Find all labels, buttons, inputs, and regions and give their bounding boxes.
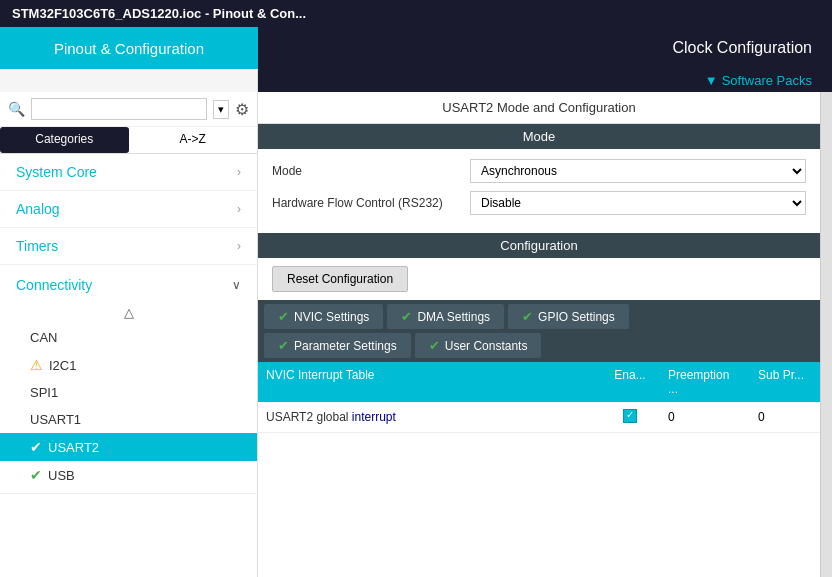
clock-tab-label: Clock Configuration — [672, 39, 812, 57]
tab-check-icon: ✔ — [429, 338, 440, 353]
software-packs-button[interactable]: ▼ Software Packs — [705, 73, 812, 88]
mode-field-row: Mode Asynchronous — [272, 159, 806, 183]
spi1-label: SPI1 — [30, 385, 58, 400]
title-bar: STM32F103C6T6_ADS1220.ioc - Pinout & Con… — [0, 0, 832, 27]
sidebar-group-connectivity: Connectivity ∨ △ CAN ⚠ I2C1 — [0, 265, 257, 494]
tab-user-constants[interactable]: ✔ User Constants — [415, 333, 542, 358]
search-input[interactable] — [31, 98, 207, 120]
connectivity-header[interactable]: Connectivity ∨ — [0, 269, 257, 301]
nvic-table: NVIC Interrupt Table Ena... Preemption .… — [258, 362, 820, 577]
sidebar-item-system-core[interactable]: System Core › — [0, 154, 257, 191]
collapse-toggle[interactable]: △ — [0, 301, 257, 324]
th-interrupt-table: NVIC Interrupt Table — [258, 362, 600, 402]
config-tabs-row-2: ✔ Parameter Settings ✔ User Constants — [258, 333, 820, 362]
mode-section-header: Mode — [258, 124, 820, 149]
mode-select[interactable]: Asynchronous — [470, 159, 806, 183]
sidebar-nav: System Core › Analog › Timers › Connecti… — [0, 154, 257, 577]
mode-label: Mode — [272, 164, 462, 178]
title-text: STM32F103C6T6_ADS1220.ioc - Pinout & Con… — [12, 6, 306, 21]
check-icon: ✔ — [30, 439, 42, 455]
sidebar: 🔍 ▾ ⚙ Categories A->Z System Core › Anal… — [0, 92, 258, 577]
tab-check-icon: ✔ — [401, 309, 412, 324]
collapse-icon: ∨ — [232, 278, 241, 292]
top-nav: Pinout & Configuration Clock Configurati… — [0, 27, 832, 69]
tab-categories[interactable]: Categories — [0, 127, 129, 153]
table-row: USART2 global interrupt 0 0 — [258, 402, 820, 433]
software-packs-label: Software Packs — [722, 73, 812, 88]
search-icon: 🔍 — [8, 101, 25, 117]
tab-dma-settings[interactable]: ✔ DMA Settings — [387, 304, 504, 329]
td-preemption-value: 0 — [660, 402, 750, 432]
tab-check-icon: ✔ — [278, 309, 289, 324]
search-bar: 🔍 ▾ ⚙ — [0, 92, 257, 127]
hw-flow-select[interactable]: Disable — [470, 191, 806, 215]
pinout-tab-label: Pinout & Configuration — [54, 40, 204, 57]
hw-flow-label: Hardware Flow Control (RS232) — [272, 196, 462, 210]
software-packs-arrow: ▼ — [705, 73, 718, 88]
td-sub-priority-value: 0 — [750, 402, 820, 432]
tab-parameter-settings[interactable]: ✔ Parameter Settings — [264, 333, 411, 358]
check-icon: ✔ — [30, 467, 42, 483]
sidebar-item-timers[interactable]: Timers › — [0, 228, 257, 265]
mode-section: Mode Asynchronous Hardware Flow Control … — [258, 149, 820, 233]
reset-configuration-button[interactable]: Reset Configuration — [272, 266, 408, 292]
content-title: USART2 Mode and Configuration — [258, 92, 820, 124]
enabled-checkbox[interactable] — [623, 409, 637, 423]
table-header: NVIC Interrupt Table Ena... Preemption .… — [258, 362, 820, 402]
warning-icon: ⚠ — [30, 357, 43, 373]
tab-bar: Categories A->Z — [0, 127, 257, 154]
sidebar-item-analog[interactable]: Analog › — [0, 191, 257, 228]
software-packs-bar: ▼ Software Packs — [258, 69, 832, 92]
content-area: USART2 Mode and Configuration Mode Mode … — [258, 92, 820, 577]
config-section-header: Configuration — [258, 233, 820, 258]
sidebar-item-can[interactable]: CAN — [0, 324, 257, 351]
search-dropdown[interactable]: ▾ — [213, 100, 229, 119]
pinout-tab[interactable]: Pinout & Configuration — [0, 27, 258, 69]
sidebar-item-i2c1[interactable]: ⚠ I2C1 — [0, 351, 257, 379]
hw-flow-field-row: Hardware Flow Control (RS232) Disable — [272, 191, 806, 215]
usb-label: USB — [48, 468, 75, 483]
i2c1-label: I2C1 — [49, 358, 76, 373]
arrow-icon: › — [237, 202, 241, 216]
config-tabs-row-1: ✔ NVIC Settings ✔ DMA Settings ✔ GPIO Se… — [258, 300, 820, 333]
usart2-label: USART2 — [48, 440, 99, 455]
td-enabled[interactable] — [600, 405, 660, 430]
connectivity-sub-items: CAN ⚠ I2C1 SPI1 USART1 — [0, 324, 257, 489]
arrow-icon: › — [237, 239, 241, 253]
sidebar-item-usb[interactable]: ✔ USB — [0, 461, 257, 489]
main-layout: 🔍 ▾ ⚙ Categories A->Z System Core › Anal… — [0, 92, 832, 577]
sidebar-item-usart2[interactable]: ✔ USART2 — [0, 433, 257, 461]
reset-btn-row: Reset Configuration — [258, 258, 820, 300]
arrow-icon: › — [237, 165, 241, 179]
tab-gpio-settings[interactable]: ✔ GPIO Settings — [508, 304, 629, 329]
sidebar-item-spi1[interactable]: SPI1 — [0, 379, 257, 406]
th-enabled: Ena... — [600, 362, 660, 402]
th-sub-priority: Sub Pr... — [750, 362, 820, 402]
clock-tab[interactable]: Clock Configuration — [258, 27, 832, 69]
gear-icon[interactable]: ⚙ — [235, 100, 249, 119]
th-preemption: Preemption ... — [660, 362, 750, 402]
tab-check-icon: ✔ — [522, 309, 533, 324]
td-interrupt-name: USART2 global interrupt — [258, 402, 600, 432]
tab-check-icon: ✔ — [278, 338, 289, 353]
scrollbar[interactable] — [820, 92, 832, 577]
sidebar-item-usart1[interactable]: USART1 — [0, 406, 257, 433]
tab-az[interactable]: A->Z — [129, 127, 258, 153]
can-label: CAN — [30, 330, 57, 345]
tab-nvic-settings[interactable]: ✔ NVIC Settings — [264, 304, 383, 329]
usart1-label: USART1 — [30, 412, 81, 427]
